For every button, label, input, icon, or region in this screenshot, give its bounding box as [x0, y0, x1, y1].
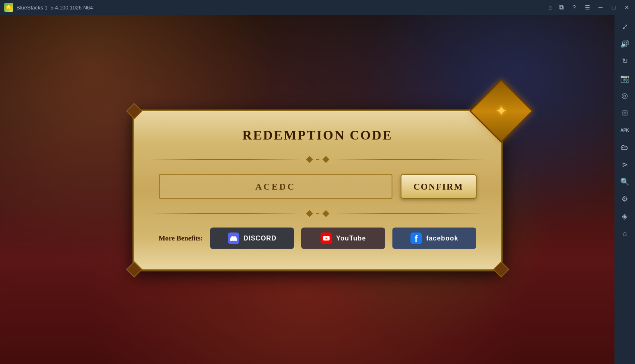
rotate-icon: ↻	[622, 57, 628, 66]
right-sidebar: ⤢ 🔊 ↻ 📷 ◎ ⊞ APK 🗁 ⊳ 🔍 ⚙ ◈ ⌂	[614, 15, 635, 364]
search-icon: 🔍	[620, 177, 629, 186]
minimize-button[interactable]: ─	[596, 3, 605, 11]
divider-center	[301, 157, 335, 162]
window-controls: ? ☰ ─ □ ✕	[570, 3, 631, 11]
controller-button[interactable]: ⊞	[617, 105, 633, 121]
home-button[interactable]: ⌂	[617, 226, 633, 241]
home-icon: ⌂	[623, 229, 627, 238]
svg-marker-0	[5, 5, 12, 10]
screenshot-button[interactable]: 📷	[617, 71, 633, 86]
close-button[interactable]: ✕	[623, 3, 631, 11]
home-nav-icon[interactable]: ⌂	[548, 4, 552, 11]
help-button[interactable]: ?	[570, 3, 578, 11]
youtube-label: YouTube	[336, 234, 366, 242]
screenshot-icon: 📷	[620, 74, 629, 83]
input-row: CONFIRM	[159, 174, 477, 199]
macro-button[interactable]: ⊳	[617, 157, 633, 172]
dialog-title: REDEMPTION CODE	[159, 127, 477, 142]
facebook-button[interactable]: facebook	[392, 227, 476, 249]
titlebar-nav-icons: ⌂ ⧉	[548, 4, 564, 11]
discord-button[interactable]: DISCORD	[210, 227, 294, 249]
settings-button[interactable]: ⚙	[617, 191, 633, 207]
apk-icon: APK	[620, 128, 629, 133]
controller-icon: ⊞	[622, 108, 628, 117]
discord-icon	[228, 232, 239, 244]
title-bar: BlueStacks 1 5.4.100.1026 N64 ⌂ ⧉ ? ☰ ─ …	[0, 0, 635, 15]
dialog-wrapper: REDEMPTION CODE CONFIRM	[133, 110, 502, 270]
location-button[interactable]: ◎	[617, 88, 633, 103]
youtube-icon	[321, 232, 332, 244]
bottom-divider-line-left	[151, 213, 301, 214]
settings-icon: ⚙	[621, 195, 628, 204]
folder-button[interactable]: 🗁	[617, 140, 633, 155]
app-logo	[4, 3, 13, 12]
search-button[interactable]: 🔍	[617, 174, 633, 190]
bottom-divider-diamond-right	[322, 210, 329, 217]
multi-nav-icon[interactable]: ⧉	[559, 4, 564, 11]
volume-button[interactable]: 🔊	[617, 36, 633, 52]
rotate-button[interactable]: ↻	[617, 53, 633, 69]
benefits-row: More Benefits: DISCORD YouTube	[159, 227, 477, 249]
folder-icon: 🗁	[621, 143, 628, 152]
top-divider	[151, 157, 485, 162]
bottom-divider-diamond-left	[306, 210, 313, 217]
menu-button[interactable]: ☰	[583, 3, 591, 11]
trophy-icon: ◈	[622, 212, 628, 221]
trophy-button[interactable]: ◈	[617, 208, 633, 224]
code-input[interactable]	[159, 174, 392, 199]
location-icon: ◎	[621, 91, 628, 100]
bottom-divider-center	[301, 211, 335, 216]
facebook-icon	[410, 232, 422, 244]
apk-button[interactable]: APK	[617, 122, 633, 138]
bottom-divider-line-right	[335, 213, 485, 214]
discord-label: DISCORD	[243, 234, 277, 242]
youtube-button[interactable]: YouTube	[301, 227, 385, 249]
fullscreen-button[interactable]: ⤢	[617, 19, 633, 34]
volume-icon: 🔊	[620, 39, 629, 48]
macro-icon: ⊳	[622, 160, 628, 169]
divider-diamond-right	[322, 156, 329, 163]
redemption-dialog: REDEMPTION CODE CONFIRM	[133, 110, 502, 270]
confirm-button[interactable]: CONFIRM	[401, 174, 477, 199]
bottom-divider	[151, 211, 485, 216]
app-title: BlueStacks 1 5.4.100.1026 N64	[16, 5, 548, 11]
benefits-label: More Benefits:	[159, 234, 203, 242]
divider-diamond-left	[306, 156, 313, 163]
divider-line-right	[335, 159, 485, 160]
divider-mid	[316, 159, 319, 160]
maximize-button[interactable]: □	[610, 3, 618, 11]
divider-line-left	[151, 159, 301, 160]
fullscreen-icon: ⤢	[622, 22, 628, 31]
facebook-label: facebook	[426, 234, 458, 242]
bottom-divider-mid	[316, 213, 319, 214]
